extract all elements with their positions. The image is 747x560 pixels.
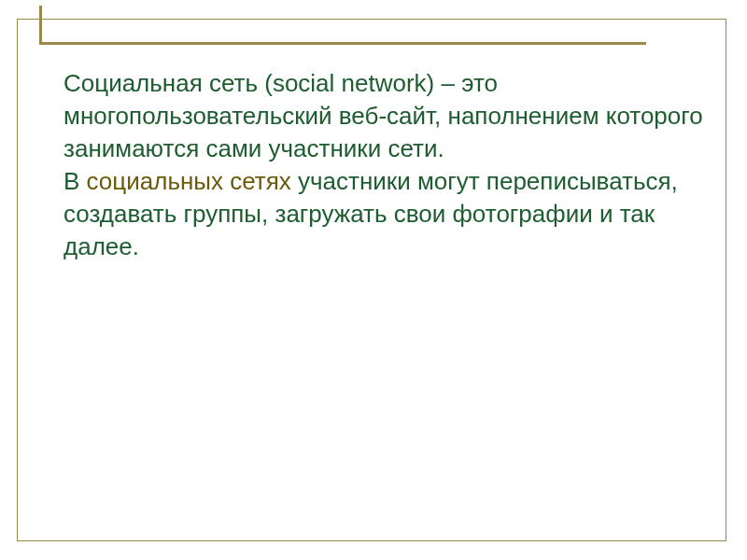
paragraph2-prefix: В: [63, 167, 87, 195]
paragraph2-highlight: социальных сетях: [87, 167, 291, 195]
slide-text: Социальная сеть (social network) – это м…: [63, 67, 710, 264]
slide-accent-frame: [39, 6, 646, 45]
definition-term: Социальная сеть (social network): [63, 69, 434, 97]
